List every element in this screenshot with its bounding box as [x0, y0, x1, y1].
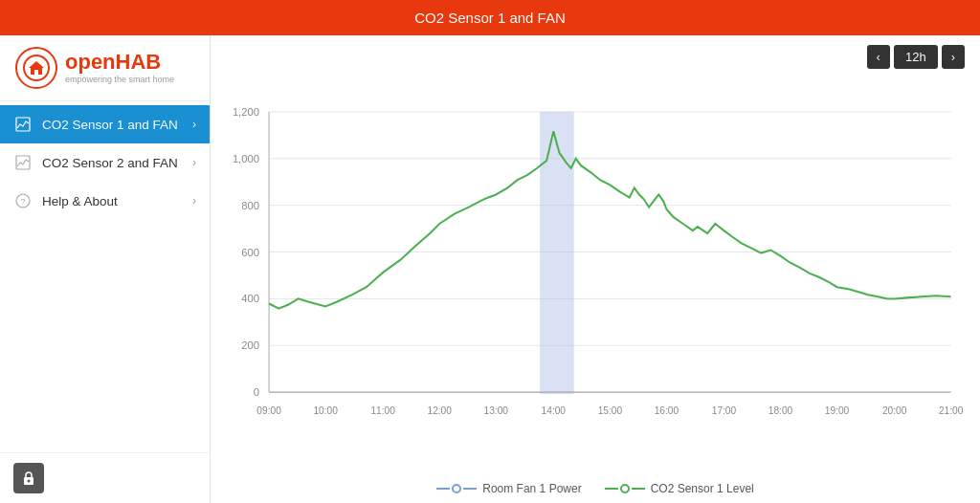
top-bar-title: CO2 Sensor 1 and FAN	[414, 10, 566, 26]
legend-label-fan: Room Fan 1 Power	[482, 482, 581, 495]
prev-button[interactable]: ‹	[867, 45, 890, 69]
help-icon: ?	[13, 191, 33, 210]
x-label-1600: 16:00	[655, 405, 679, 416]
chevron-right-icon: ›	[192, 118, 196, 131]
logo-text-area: openHAB empowering the smart home	[65, 52, 174, 84]
logo-svg	[22, 54, 51, 82]
sidebar-item-help[interactable]: ? Help & About ›	[0, 182, 210, 220]
x-label-1500: 15:00	[598, 405, 623, 416]
lock-button[interactable]	[13, 463, 44, 493]
chevron-right-icon-2: ›	[192, 156, 196, 169]
y-label-400: 400	[241, 293, 259, 304]
x-label-1700: 17:00	[712, 405, 737, 416]
time-range-button[interactable]: 12h	[894, 45, 938, 69]
y-label-0: 0	[254, 386, 259, 398]
nav-items: CO2 Sensor 1 and FAN › CO2 Sensor 2 and …	[0, 101, 210, 452]
highlight-region	[540, 112, 574, 394]
svg-rect-1	[16, 118, 30, 131]
logo-tagline: empowering the smart home	[65, 75, 174, 84]
y-label-200: 200	[241, 339, 259, 351]
x-label-1300: 13:00	[484, 405, 509, 416]
chart-legend: Room Fan 1 Power CO2 Sensor 1 Level	[211, 476, 980, 503]
x-label-1100: 11:00	[370, 405, 395, 416]
x-label-1000: 10:00	[313, 405, 338, 416]
sidebar-footer	[0, 452, 210, 503]
x-label-2000: 20:00	[882, 405, 907, 416]
y-label-600: 600	[241, 247, 259, 258]
top-bar: CO2 Sensor 1 and FAN	[0, 0, 980, 35]
x-label-1900: 19:00	[825, 405, 850, 416]
chevron-right-icon-3: ›	[192, 194, 196, 208]
x-label-0900: 09:00	[256, 405, 281, 416]
nav-item-label-3: Help & About	[42, 194, 118, 208]
next-button[interactable]: ›	[942, 45, 965, 69]
prev-icon: ‹	[877, 50, 880, 64]
main-layout: openHAB empowering the smart home CO2 Se…	[0, 35, 980, 503]
sidebar: openHAB empowering the smart home CO2 Se…	[0, 35, 211, 503]
y-label-1000: 1,000	[233, 153, 259, 164]
svg-point-6	[28, 480, 31, 483]
x-label-2100: 21:00	[939, 405, 964, 416]
x-label-1200: 12:00	[428, 405, 453, 416]
nav-item-label: CO2 Sensor 1 and FAN	[42, 118, 178, 132]
logo-name: openHAB	[65, 52, 174, 73]
svg-rect-2	[16, 156, 30, 169]
content-area: ‹ 12h › 1,200 1,000	[211, 35, 980, 503]
svg-text:?: ?	[20, 197, 25, 207]
x-label-1400: 14:00	[542, 405, 567, 416]
legend-item-co2: CO2 Sensor 1 Level	[605, 482, 754, 495]
logo-area: openHAB empowering the smart home	[0, 35, 210, 101]
logo-hab: HAB	[116, 50, 162, 74]
y-label-800: 800	[241, 200, 259, 211]
y-label-1200: 1,200	[233, 106, 259, 118]
logo-open: open	[65, 50, 116, 74]
x-label-1800: 18:00	[768, 405, 793, 416]
co2-line	[269, 131, 951, 308]
sidebar-item-co2-sensor-2[interactable]: CO2 Sensor 2 and FAN ›	[0, 143, 210, 182]
chart-wrapper: 1,200 1,000 800 600 400 200 0 09:00 10:0…	[211, 78, 980, 476]
logo-icon	[15, 47, 57, 89]
chart-svg: 1,200 1,000 800 600 400 200 0 09:00 10:0…	[211, 78, 970, 476]
chart-icon-2	[13, 153, 33, 172]
legend-item-fan: Room Fan 1 Power	[436, 482, 581, 495]
nav-item-label-2: CO2 Sensor 2 and FAN	[42, 156, 178, 170]
chart-controls: ‹ 12h ›	[211, 35, 980, 78]
time-range-label: 12h	[905, 50, 926, 64]
sidebar-item-co2-sensor-1[interactable]: CO2 Sensor 1 and FAN ›	[0, 105, 210, 143]
chart-icon	[13, 115, 33, 134]
legend-label-co2: CO2 Sensor 1 Level	[651, 482, 754, 495]
next-icon: ›	[951, 50, 955, 64]
